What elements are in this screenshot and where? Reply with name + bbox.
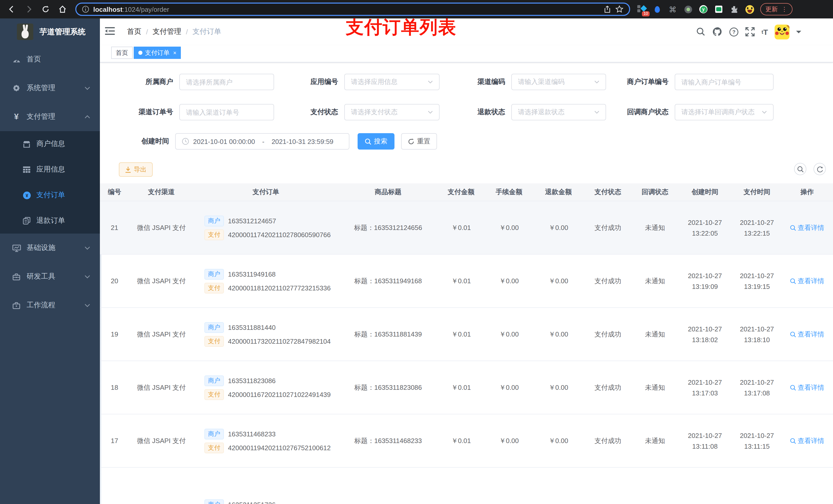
yen-circle-icon: ¥	[22, 191, 31, 199]
home-icon[interactable]	[57, 4, 68, 14]
date-range-input[interactable]: 2021-10-01 00:00:00 - 2021-10-31 23:59:5…	[175, 133, 349, 149]
browser-menu-icon[interactable]: ⋮	[781, 6, 787, 13]
sidebar-item-app-info[interactable]: 应用信息	[0, 157, 100, 182]
command-extension-icon[interactable]: ⌘	[668, 5, 677, 14]
app-logo-row[interactable]: 芋道管理系统	[0, 19, 100, 40]
chevron-up-icon	[85, 115, 90, 119]
notify-status-select[interactable]: 请选择订单回调商户状态	[675, 104, 774, 120]
url-text: localhost:1024/pay/order	[93, 5, 169, 13]
fullscreen-icon[interactable]	[746, 27, 755, 37]
sidebar-item-system[interactable]: 系统管理	[0, 74, 100, 102]
app-select[interactable]: 请选择应用信息	[344, 74, 439, 90]
user-avatar[interactable]	[775, 24, 789, 39]
reset-button[interactable]: 重置	[401, 133, 437, 149]
select-arrow-icon	[428, 80, 433, 83]
yen-icon: ¥	[12, 112, 21, 121]
pay-tag: 支付	[205, 229, 224, 240]
table-row[interactable]: 21 微信 JSAPI 支付 商户1635312124657 支付4200001…	[100, 201, 833, 254]
table-row[interactable]: 20 微信 JSAPI 支付 商户1635311949168 支付4200001…	[100, 254, 833, 308]
channel-order-no-input[interactable]	[179, 104, 274, 120]
select-arrow-icon	[594, 111, 599, 114]
view-detail-link[interactable]: 查看详情	[790, 276, 824, 286]
view-detail-link[interactable]: 查看详情	[790, 383, 824, 392]
active-tab-dot	[138, 51, 142, 55]
dashboard-icon	[12, 55, 21, 63]
merchant-input[interactable]	[179, 74, 274, 90]
sidebar-item-refund-order[interactable]: 退款订单	[0, 208, 100, 234]
tab-pay-order[interactable]: 支付订单 ×	[134, 47, 181, 59]
grid-icon	[22, 166, 31, 173]
search-icon	[365, 138, 372, 145]
sidebar-item-merchant-info[interactable]: 商户信息	[0, 131, 100, 157]
recorder-extension-icon[interactable]	[684, 5, 693, 14]
browser-update-button[interactable]: 更新 ⋮	[760, 3, 792, 15]
table-header: 编号 支付渠道 支付订单 商品标题 支付金额 手续金额 退款金额 支付状态 回调…	[100, 183, 833, 201]
reload-icon[interactable]	[41, 4, 51, 14]
table-row-partial[interactable]: 商户1635311351736	[100, 467, 833, 504]
help-icon[interactable]: ?	[729, 27, 739, 37]
pay-tag: 支付	[205, 442, 224, 453]
refund-status-select[interactable]: 请选择退款状态	[511, 104, 606, 120]
font-size-icon[interactable]: tT	[762, 27, 768, 36]
export-button[interactable]: 导出	[119, 162, 153, 177]
pay-status-select[interactable]: 请选择支付状态	[344, 104, 439, 120]
tab-home[interactable]: 首页	[111, 47, 133, 59]
chevron-down-icon	[85, 246, 90, 250]
filter-refund-status: 退款状态 请选择退款状态	[438, 104, 606, 120]
table-row[interactable]: 19 微信 JSAPI 支付 商户1635311881440 支付4200001…	[100, 308, 833, 361]
y-extension-icon[interactable]: y	[699, 5, 708, 14]
breadcrumb-home[interactable]: 首页	[127, 27, 141, 37]
channel-code-select[interactable]: 请输入渠道编码	[511, 74, 606, 90]
sidebar-item-workflow[interactable]: 工作流程	[0, 291, 100, 320]
table-row[interactable]: 18 微信 JSAPI 支付 商户1635311823086 支付4200001…	[100, 361, 833, 414]
address-bar[interactable]: localhost:1024/pay/order	[75, 3, 630, 16]
filter-merchant: 所属商户	[106, 74, 274, 90]
sidebar-item-pay-order[interactable]: ¥ 支付订单	[0, 182, 100, 208]
filter-channel-code: 渠道编码 请输入渠道编码	[438, 74, 606, 90]
close-tab-icon[interactable]: ×	[173, 50, 176, 56]
table-refresh-button[interactable]	[813, 163, 826, 175]
back-icon[interactable]	[7, 4, 17, 14]
sidebar-item-infra[interactable]: 基础设施	[0, 234, 100, 262]
navbar-actions: ? tT	[696, 19, 801, 45]
merchant-order-no-input[interactable]	[675, 74, 774, 90]
orders-table: 编号 支付渠道 支付订单 商品标题 支付金额 手续金额 退款金额 支付状态 回调…	[100, 183, 833, 504]
chat-extension-icon[interactable]	[714, 5, 723, 14]
sidebar-item-home[interactable]: 首页	[0, 45, 100, 74]
bookmark-star-icon[interactable]	[615, 5, 623, 13]
svg-text:?: ?	[733, 29, 736, 34]
github-icon[interactable]	[712, 27, 722, 37]
sidebar-item-payment[interactable]: ¥ 支付管理	[0, 102, 100, 131]
view-detail-link[interactable]: 查看详情	[790, 223, 824, 232]
view-icon	[790, 384, 796, 390]
pay-tag: 支付	[205, 283, 224, 293]
puzzle-extensions-icon[interactable]	[730, 5, 739, 14]
avatar-caret-icon[interactable]	[796, 30, 801, 35]
view-icon	[790, 438, 796, 444]
view-detail-link[interactable]: 查看详情	[790, 436, 824, 446]
clock-icon	[182, 138, 189, 145]
balloon-extension-icon[interactable]	[653, 5, 662, 14]
merchant-tag: 商户	[205, 499, 224, 504]
sidebar: 芋道管理系统 首页 系统管理 ¥ 支付管理 商户信息	[0, 19, 100, 504]
header-search-icon[interactable]	[696, 27, 706, 37]
page-annotation: 支付订单列表	[324, 15, 478, 40]
pay-tag: 支付	[205, 389, 224, 400]
select-arrow-icon	[428, 111, 433, 114]
table-row[interactable]: 17 微信 JSAPI 支付 商户1635311468233 支付4200001…	[100, 414, 833, 467]
share-icon[interactable]	[603, 5, 611, 13]
tags-view-bar: 首页 支付订单 ×	[100, 45, 833, 63]
toolbox-icon	[12, 273, 21, 281]
search-button[interactable]: 搜索	[358, 133, 395, 149]
app-title: 芋道管理系统	[40, 27, 86, 37]
emoji-extension-icon[interactable]	[745, 5, 754, 14]
collapse-sidebar-icon[interactable]	[105, 27, 115, 35]
tag-assistant-extension-icon[interactable]: 10	[637, 5, 646, 14]
sidebar-item-devtools[interactable]: 研发工具	[0, 262, 100, 291]
view-icon	[790, 331, 796, 337]
view-detail-link[interactable]: 查看详情	[790, 330, 824, 339]
breadcrumb-payment[interactable]: 支付管理	[153, 27, 181, 37]
forward-icon[interactable]	[24, 4, 34, 14]
briefcase-icon	[12, 302, 21, 309]
table-search-toggle-button[interactable]	[794, 163, 806, 175]
